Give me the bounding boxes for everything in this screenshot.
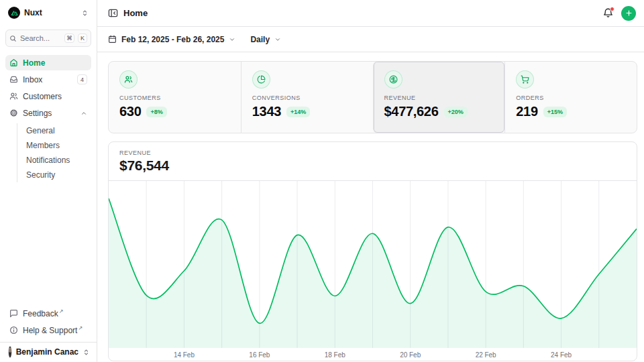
sidebar-item-label: Inbox — [23, 75, 72, 84]
settings-sub-list: General Members Notifications Security — [17, 123, 91, 182]
user-menu[interactable]: Benjamin Canac — [0, 342, 97, 362]
speech-bubble-icon — [9, 309, 18, 318]
stat-card-conversions[interactable]: CONVERSIONS 1343 +14% — [241, 62, 373, 133]
sidebar-item-label: Settings — [23, 109, 76, 118]
gear-icon — [9, 109, 18, 117]
chart-title: REVENUE — [119, 149, 626, 156]
chevron-down-icon — [229, 36, 235, 43]
search-icon — [9, 35, 17, 42]
sidebar-nav: Home Inbox 4 Customers Settings — [5, 55, 91, 182]
content: CUSTOMERS 630 +8% CONVERSIONS 1343 +14% — [97, 52, 644, 361]
avatar — [8, 346, 12, 358]
stat-value: 219 — [516, 104, 537, 119]
stat-delta-badge: +20% — [444, 107, 468, 117]
filter-toolbar: Feb 12, 2025 - Feb 26, 2025 Daily — [97, 27, 644, 52]
sidebar-footer-links: Feedback↗ Help & Support↗ — [5, 306, 91, 342]
sidebar-item-members[interactable]: Members — [17, 138, 91, 153]
chevron-up-down-icon — [83, 349, 90, 356]
sidebar-collapse-button[interactable] — [108, 8, 118, 18]
sidebar-item-notifications[interactable]: Notifications — [17, 153, 91, 168]
sidebar: Nuxt Search... ⌘ K Home — [0, 0, 97, 362]
stat-label: REVENUE — [384, 95, 494, 101]
sidebar-item-label: Help & Support↗ — [23, 325, 87, 335]
add-button[interactable] — [621, 6, 636, 21]
stat-label: ORDERS — [516, 95, 626, 101]
workspace-switcher[interactable]: Nuxt — [5, 4, 91, 21]
search-input[interactable]: Search... ⌘ K — [5, 29, 91, 47]
users-icon — [119, 70, 138, 88]
stat-card-customers[interactable]: CUSTOMERS 630 +8% — [109, 62, 241, 133]
chart-total-value: $76,544 — [119, 158, 626, 174]
stat-value: 1343 — [252, 104, 281, 119]
x-axis-tick-label: 14 Feb — [174, 351, 195, 359]
inbox-count-badge: 4 — [77, 74, 87, 84]
sidebar-item-feedback[interactable]: Feedback↗ — [5, 306, 91, 321]
stat-delta-badge: +14% — [286, 107, 310, 117]
x-axis-tick-label: 22 Feb — [476, 351, 496, 359]
x-axis-tick-label: 16 Feb — [249, 351, 270, 359]
x-axis-tick-label: 20 Feb — [400, 351, 421, 359]
page-title: Home — [123, 8, 148, 18]
notifications-button[interactable] — [603, 8, 613, 18]
revenue-chart-card: REVENUE $76,544 14 Feb16 Feb18 Feb20 Feb… — [108, 141, 637, 361]
chart-plot-area[interactable]: 14 Feb16 Feb18 Feb20 Feb22 Feb24 Feb — [109, 181, 637, 361]
sidebar-item-customers[interactable]: Customers — [5, 88, 91, 104]
stats-row: CUSTOMERS 630 +8% CONVERSIONS 1343 +14% — [108, 61, 637, 133]
external-link-icon: ↗ — [59, 308, 64, 314]
granularity-value: Daily — [250, 35, 270, 44]
external-link-icon: ↗ — [78, 325, 83, 331]
sidebar-item-help-support[interactable]: Help & Support↗ — [5, 322, 91, 338]
chart-header: REVENUE $76,544 — [109, 142, 637, 181]
main-area: Home Feb 12, 2025 - Feb 26, 2025 — [97, 0, 644, 362]
notification-dot — [610, 7, 614, 11]
top-bar: Home — [97, 0, 644, 27]
sidebar-item-home[interactable]: Home — [5, 55, 91, 70]
info-circle-icon — [9, 326, 18, 335]
sidebar-item-label: Home — [23, 58, 87, 68]
date-range-picker[interactable]: Feb 12, 2025 - Feb 26, 2025 — [108, 35, 235, 44]
stat-card-revenue[interactable]: REVENUE $477,626 +20% — [373, 62, 505, 133]
sidebar-item-security[interactable]: Security — [17, 168, 91, 182]
stat-delta-badge: +15% — [543, 107, 567, 117]
sidebar-spacer — [5, 182, 91, 306]
home-icon — [9, 58, 18, 67]
calendar-icon — [108, 35, 117, 44]
workspace-name: Nuxt — [24, 8, 77, 17]
users-icon — [9, 92, 18, 101]
search-placeholder: Search... — [20, 34, 61, 42]
app-root: Nuxt Search... ⌘ K Home — [0, 0, 644, 362]
sidebar-item-general[interactable]: General — [17, 123, 91, 138]
chevron-down-icon — [274, 36, 281, 43]
granularity-select[interactable]: Daily — [250, 35, 281, 44]
stat-label: CUSTOMERS — [119, 95, 230, 101]
kbd-k: K — [78, 34, 87, 43]
x-axis-tick-label: 24 Feb — [551, 351, 572, 359]
sidebar-item-inbox[interactable]: Inbox 4 — [5, 72, 91, 87]
kbd-meta: ⌘ — [64, 34, 74, 43]
chevron-up-icon — [80, 110, 87, 117]
pie-chart-icon — [252, 70, 270, 88]
x-axis-tick-label: 18 Feb — [325, 351, 345, 359]
stat-value: 630 — [119, 104, 141, 119]
date-range-value: Feb 12, 2025 - Feb 26, 2025 — [121, 35, 224, 44]
user-name: Benjamin Canac — [16, 347, 78, 357]
nuxt-logo-icon — [8, 7, 20, 19]
stat-value: $477,626 — [384, 104, 439, 119]
revenue-chart-svg: 14 Feb16 Feb18 Feb20 Feb22 Feb24 Feb — [109, 181, 637, 361]
sidebar-item-label: Feedback↗ — [23, 308, 87, 318]
sidebar-item-settings[interactable]: Settings — [5, 105, 91, 121]
cart-icon — [516, 70, 534, 88]
sidebar-item-label: Customers — [23, 92, 87, 101]
stat-card-orders[interactable]: ORDERS 219 +15% — [504, 62, 637, 133]
stat-delta-badge: +8% — [146, 107, 166, 117]
circle-dollar-icon — [384, 70, 402, 88]
plus-icon — [625, 9, 633, 17]
inbox-icon — [9, 75, 18, 84]
stat-label: CONVERSIONS — [252, 95, 362, 101]
chevron-up-down-icon — [81, 9, 89, 17]
